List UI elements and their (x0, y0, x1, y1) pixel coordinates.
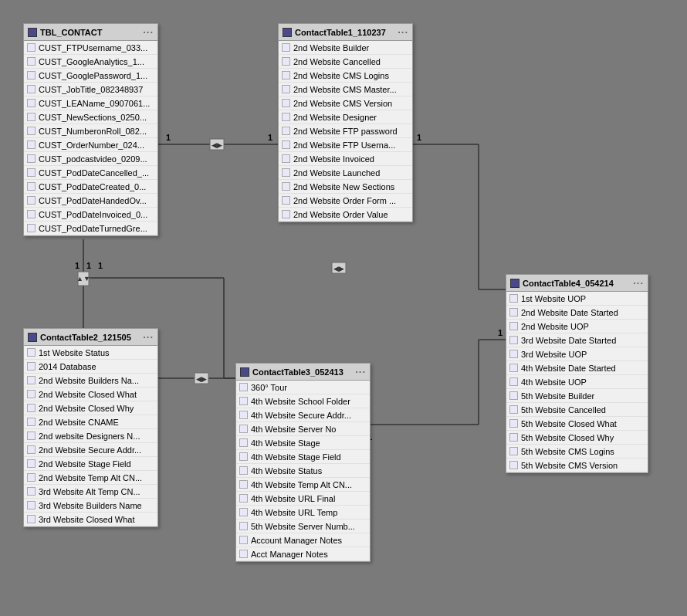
table-row[interactable]: 2nd Website FTP password (279, 124, 412, 138)
table-row[interactable]: 3rd Website Alt Temp CN... (24, 485, 157, 499)
field-icon (27, 515, 36, 523)
table-row[interactable]: 4th Website URL Final (236, 492, 370, 506)
table-row[interactable]: 4th Website Server No (236, 422, 370, 436)
table-contact3-menu[interactable]: ··· (355, 366, 366, 377)
table-row[interactable]: 2nd Website FTP Userna... (279, 138, 412, 152)
table-row[interactable]: 5th Website CMS Logins (506, 445, 648, 459)
table-row[interactable]: 1st Website Status (24, 346, 157, 360)
table-row[interactable]: CUST_GooglePassword_1... (24, 69, 157, 83)
field-icon (27, 71, 36, 80)
table-row[interactable]: CUST_PodDateInvoiced_0... (24, 208, 157, 222)
table-row[interactable]: 2nd Website Closed Why (24, 401, 157, 415)
table-contact3[interactable]: ContactTable3_052413 ··· 360° Tour 4th W… (235, 363, 371, 562)
table-row[interactable]: CUST_FTPUsername_033... (24, 41, 157, 55)
field-name: 2nd Website Stage Field (39, 459, 131, 469)
table-row[interactable]: 2nd Website Order Value (279, 208, 412, 222)
field-name: 2nd Website Launched (293, 168, 380, 178)
table-row[interactable]: 2nd Website UOP (506, 320, 648, 333)
table-row[interactable]: 4th Website Date Started (506, 361, 648, 375)
table-contact1[interactable]: ContactTable1_110237 ··· 2nd Website Bui… (278, 23, 413, 222)
table-row[interactable]: 4th Website UOP (506, 375, 648, 389)
table-row[interactable]: CUST_OrderNumber_024... (24, 138, 157, 152)
table-contact4-menu[interactable]: ··· (633, 277, 644, 289)
field-icon (282, 99, 290, 107)
table-row[interactable]: 2nd Website Cancelled (279, 55, 412, 69)
table-row[interactable]: 4th Website URL Temp (236, 506, 370, 520)
table-row[interactable]: 2nd Website Secure Addr... (24, 443, 157, 457)
field-icon (282, 71, 290, 80)
table-row[interactable]: 5th Website CMS Version (506, 459, 648, 472)
table-row[interactable]: 2nd Website Stage Field (24, 457, 157, 471)
field-icon (239, 397, 248, 405)
table-row[interactable]: CUST_NumberonRoll_082... (24, 124, 157, 138)
table-row[interactable]: 2nd Website Temp Alt CN... (24, 471, 157, 485)
field-name: CUST_PodDateCancelled_... (39, 168, 149, 178)
table-row[interactable]: 5th Website Cancelled (506, 403, 648, 417)
svg-rect-17 (78, 272, 89, 286)
table-row[interactable]: 5th Website Closed What (506, 417, 648, 431)
table-row[interactable]: CUST_PodDateTurnedGre... (24, 222, 157, 235)
table-row[interactable]: 360° Tour (236, 381, 370, 394)
field-name: CUST_GooglePassword_1... (39, 71, 147, 80)
field-name: 2nd Website Cancelled (293, 57, 381, 66)
table-row[interactable]: 5th Website Server Numb... (236, 520, 370, 533)
table-row[interactable]: CUST_podcastvideo_0209... (24, 152, 157, 166)
table-row[interactable]: 2nd Website Invoiced (279, 152, 412, 166)
field-name: 2nd Website Invoiced (293, 154, 374, 164)
table-row[interactable]: 5th Website Closed Why (506, 431, 648, 445)
table-row[interactable]: 4th Website Temp Alt CN... (236, 478, 370, 492)
table-row[interactable]: 2nd Website Builders Na... (24, 374, 157, 388)
table-row[interactable]: 5th Website Builder (506, 389, 648, 403)
table-contact2-menu[interactable]: ··· (143, 331, 154, 343)
table-row[interactable]: 3rd Website Date Started (506, 333, 648, 347)
table-row[interactable]: CUST_GoogleAnalytics_1... (24, 55, 157, 69)
table-row[interactable]: 2nd Website CMS Master... (279, 83, 412, 96)
table-row[interactable]: 2nd Website New Sections (279, 180, 412, 194)
field-name: 2nd Website Order Form ... (293, 196, 396, 205)
table-row[interactable]: 2nd Website Date Started (506, 306, 648, 320)
table-row[interactable]: CUST_JobTitle_082348937 (24, 83, 157, 96)
table-row[interactable]: 2nd Website Order Form ... (279, 194, 412, 208)
table-contact2[interactable]: ContactTable2_121505 ··· 1st Website Sta… (23, 328, 158, 527)
table-row[interactable]: CUST_PodDateCreated_0... (24, 180, 157, 194)
field-icon (27, 168, 36, 177)
table-row[interactable]: 2014 Database (24, 360, 157, 374)
table-row[interactable]: 4th Website School Folder (236, 394, 370, 408)
field-name: 2nd Website CMS Version (293, 99, 392, 108)
field-name: CUST_PodDateCreated_0... (39, 182, 146, 191)
table-row[interactable]: Account Manager Notes (236, 533, 370, 547)
field-name: CUST_OrderNumber_024... (39, 140, 144, 150)
table-row[interactable]: 2nd Website Closed What (24, 388, 157, 401)
table-row[interactable]: 3rd Website Closed What (24, 513, 157, 526)
field-name: CUST_GoogleAnalytics_1... (39, 57, 144, 66)
table-row[interactable]: 4th Website Stage Field (236, 450, 370, 464)
table-row[interactable]: 2nd Website Designer (279, 110, 412, 124)
table-row[interactable]: 4th Website Stage (236, 436, 370, 450)
table-row[interactable]: 3rd Website Builders Name (24, 499, 157, 513)
table-row[interactable]: 4th Website Status (236, 464, 370, 478)
table-tbl-contact[interactable]: TBL_CONTACT ··· CUST_FTPUsername_033... … (23, 23, 158, 236)
table-row[interactable]: 2nd Website CMS Logins (279, 69, 412, 83)
table-row[interactable]: 2nd website Designers N... (24, 429, 157, 443)
table-row[interactable]: CUST_LEAName_0907061... (24, 96, 157, 110)
table-row[interactable]: CUST_NewSections_0250... (24, 110, 157, 124)
table-row[interactable]: 4th Website Secure Addr... (236, 408, 370, 422)
table-row[interactable]: 2nd Website Builder (279, 41, 412, 55)
table-row[interactable]: 2nd Website CNAME (24, 415, 157, 429)
table-row[interactable]: CUST_PodDateHandedOv... (24, 194, 157, 208)
table-contact4-header: ContactTable4_054214 ··· (506, 275, 648, 292)
table-row[interactable]: 3rd Website UOP (506, 347, 648, 361)
field-name: 1st Website Status (39, 348, 110, 357)
table-row[interactable]: 2nd Website CMS Version (279, 96, 412, 110)
field-icon (27, 362, 36, 371)
table-row[interactable]: Acct Manager Notes (236, 547, 370, 561)
table-contact2-header: ContactTable2_121505 ··· (24, 329, 157, 346)
field-name: 4th Website School Folder (251, 397, 350, 406)
table-tbl-contact-menu[interactable]: ··· (143, 26, 154, 38)
table-row[interactable]: CUST_PodDateCancelled_... (24, 166, 157, 180)
table-row[interactable]: 2nd Website Launched (279, 166, 412, 180)
table-contact1-menu[interactable]: ··· (398, 26, 408, 38)
field-icon (282, 196, 290, 205)
table-contact4[interactable]: ContactTable4_054214 ··· 1st Website UOP… (506, 274, 648, 473)
table-row[interactable]: 1st Website UOP (506, 292, 648, 306)
